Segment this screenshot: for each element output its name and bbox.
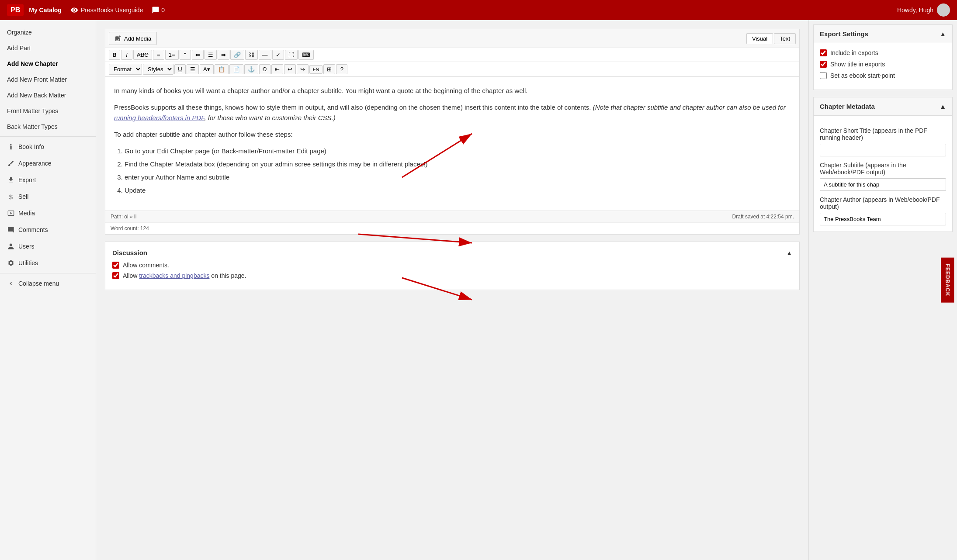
allow-comments-row: Allow comments.	[112, 262, 792, 269]
show-title-label: Show title in exports	[830, 61, 885, 68]
sidebar-item-collapse-menu[interactable]: Collapse menu	[0, 275, 96, 292]
sidebar-item-add-new-chapter[interactable]: Add New Chapter	[0, 56, 96, 72]
short-title-input[interactable]	[820, 144, 946, 156]
steps-list: Go to your Edit Chapter page (or Back-ma…	[125, 146, 791, 196]
add-media-button[interactable]: Add Media	[109, 32, 157, 45]
sidebar-item-add-new-back-matter[interactable]: Add New Back Matter	[0, 87, 96, 103]
discussion-title: Discussion	[112, 249, 147, 256]
fullscreen-button[interactable]: ⛶	[285, 50, 298, 60]
show-title-checkbox[interactable]	[820, 61, 827, 68]
export-label: Export	[18, 176, 36, 183]
allow-trackbacks-checkbox[interactable]	[112, 272, 119, 279]
format-select[interactable]: Format	[109, 64, 142, 75]
sidebar-item-add-part[interactable]: Add Part	[0, 40, 96, 56]
author-input[interactable]	[820, 213, 946, 225]
text-color-button[interactable]: A▾	[200, 64, 214, 74]
back-matter-types-label: Back Matter Types	[7, 123, 58, 130]
trackbacks-link[interactable]: trackbacks and pingbacks	[139, 272, 209, 279]
set-start-checkbox[interactable]	[820, 72, 827, 79]
organize-label: Organize	[7, 29, 32, 36]
editor-content[interactable]: In many kinds of books you will want a c…	[105, 77, 799, 211]
sidebar-item-book-info[interactable]: ℹ Book Info	[0, 138, 96, 155]
styles-select[interactable]: Styles	[143, 64, 173, 75]
chapter-metadata-body: Chapter Short Title (appears in the PDF …	[814, 116, 952, 232]
chapter-metadata-title: Chapter Metadata	[820, 103, 875, 110]
special-char-button[interactable]: Ω	[259, 64, 270, 74]
media-icon	[7, 209, 15, 217]
insert-more-button[interactable]: —	[259, 50, 271, 60]
spellcheck-button[interactable]: ✓	[272, 50, 284, 60]
unlink-button[interactable]: ⛓	[245, 50, 258, 60]
redo-button[interactable]: ↪	[297, 64, 309, 74]
outdent-button[interactable]: ⇤	[271, 64, 283, 74]
add-media-label: Add Media	[124, 35, 151, 42]
right-sidebar: Export Settings ▲ Include in exports Sho…	[808, 20, 957, 560]
ordered-list-button[interactable]: 1≡	[165, 50, 179, 60]
comments-link[interactable]: 0	[152, 6, 165, 14]
catalog-link[interactable]: My Catalog	[29, 7, 62, 14]
running-headers-link[interactable]: running headers/footers in PDF	[114, 114, 205, 121]
paste-text-button[interactable]: 📋	[215, 64, 229, 74]
paragraph-3: To add chapter subtitle and chapter auth…	[114, 129, 791, 140]
sidebar-item-sell[interactable]: $ Sell	[0, 188, 96, 205]
chapter-metadata-toggle[interactable]: ▲	[940, 103, 946, 110]
bold-button[interactable]: B	[109, 50, 120, 60]
include-exports-label: Include in exports	[830, 49, 878, 56]
discussion-header: Discussion ▲	[112, 249, 792, 256]
discussion-box: Discussion ▲ Allow comments. Allow track…	[105, 242, 800, 290]
sidebar-item-utilities[interactable]: Utilities	[0, 255, 96, 271]
list-item-4: Update	[125, 185, 791, 196]
show-hide-button[interactable]: ⌨	[298, 50, 314, 60]
align-center-button[interactable]: ☰	[205, 50, 217, 60]
justify-button[interactable]: ☰	[187, 64, 199, 74]
align-left-button[interactable]: ⬅	[192, 50, 204, 60]
paste-word-button[interactable]: 📄	[229, 64, 243, 74]
help-button[interactable]: ?	[336, 64, 347, 74]
sidebar-item-add-new-front-matter[interactable]: Add New Front Matter	[0, 72, 96, 87]
visual-button[interactable]: Visual	[746, 33, 773, 44]
book-link[interactable]: PressBooks Userguide	[70, 6, 143, 14]
anchor-button[interactable]: ⚓	[244, 64, 258, 74]
paragraph-2: PressBooks supports all these things, kn…	[114, 102, 791, 123]
link-button[interactable]: 🔗	[230, 50, 244, 60]
unordered-list-button[interactable]: ≡	[153, 50, 164, 60]
author-label: Chapter Author (appears in Web/ebook/PDF…	[820, 196, 946, 210]
comment-icon	[7, 226, 15, 234]
allow-comments-checkbox[interactable]	[112, 262, 119, 269]
table-button[interactable]: ⊞	[323, 64, 335, 74]
italic-button[interactable]: I	[121, 50, 132, 60]
speech-bubble-icon	[152, 6, 160, 14]
sidebar-item-export[interactable]: Export	[0, 172, 96, 188]
sidebar-item-organize[interactable]: Organize	[0, 24, 96, 40]
user-icon	[7, 242, 15, 250]
feedback-tab[interactable]: FEEDBACK	[941, 258, 954, 303]
footnote-button[interactable]: FN	[309, 65, 323, 74]
sidebar-item-media[interactable]: Media	[0, 205, 96, 221]
strikethrough-button[interactable]: ABC	[133, 50, 152, 60]
add-new-front-matter-label: Add New Front Matter	[7, 76, 67, 83]
subtitle-input[interactable]	[820, 178, 946, 191]
draft-saved: Draft saved at 4:22:54 pm.	[732, 214, 794, 220]
align-right-button[interactable]: ➡	[218, 50, 229, 60]
export-settings-title: Export Settings	[820, 30, 868, 38]
sidebar-item-front-matter-types[interactable]: Front Matter Types	[0, 103, 96, 119]
export-settings-toggle[interactable]: ▲	[940, 30, 946, 38]
export-icon	[7, 176, 15, 184]
undo-button[interactable]: ↩	[284, 64, 296, 74]
avatar	[937, 3, 950, 17]
discussion-toggle[interactable]: ▲	[786, 249, 792, 256]
word-count: 124	[140, 225, 149, 232]
text-button[interactable]: Text	[774, 33, 796, 44]
sidebar-item-users[interactable]: Users	[0, 238, 96, 255]
front-matter-types-label: Front Matter Types	[7, 107, 58, 114]
set-start-label: Set as ebook start-point	[830, 72, 895, 79]
blockquote-button[interactable]: "	[180, 50, 191, 60]
underline-button[interactable]: U	[174, 64, 186, 74]
subtitle-label: Chapter Subtitle (appears in the Web/ebo…	[820, 162, 946, 176]
sidebar-item-back-matter-types[interactable]: Back Matter Types	[0, 119, 96, 135]
brush-icon	[7, 159, 15, 167]
add-new-chapter-label: Add New Chapter	[7, 60, 58, 67]
include-exports-checkbox[interactable]	[820, 49, 827, 56]
sidebar-item-appearance[interactable]: Appearance	[0, 155, 96, 172]
sidebar-item-comments[interactable]: Comments	[0, 221, 96, 238]
